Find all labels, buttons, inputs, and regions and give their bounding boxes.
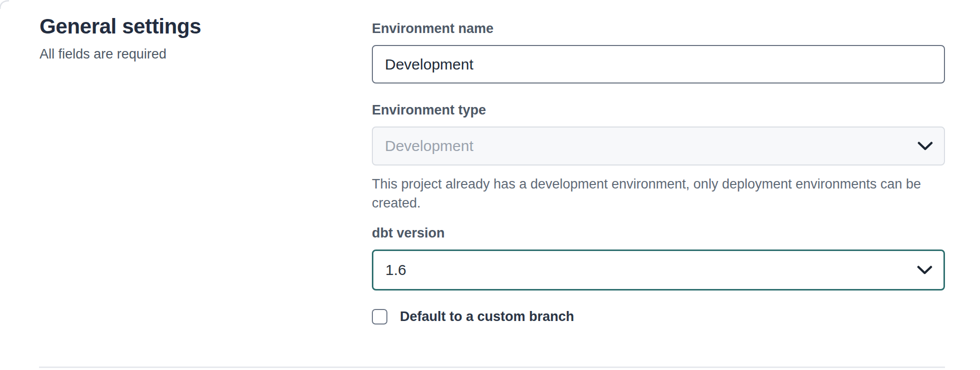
dbt-version-label: dbt version <box>372 224 945 242</box>
environment-type-selected-value: Development <box>385 138 473 154</box>
chevron-down-icon <box>917 266 932 275</box>
environment-name-input[interactable] <box>372 45 945 84</box>
dbt-version-selected-value: 1.6 <box>385 262 406 278</box>
custom-branch-row: Default to a custom branch <box>372 308 945 324</box>
settings-header: General settings All fields are required <box>40 15 320 62</box>
panel-corner-decoration <box>0 0 10 10</box>
environment-type-select[interactable]: Development <box>372 126 945 166</box>
environment-type-helper-text: This project already has a development e… <box>372 174 927 212</box>
custom-branch-label[interactable]: Default to a custom branch <box>400 308 574 324</box>
dbt-version-select[interactable]: 1.6 <box>372 250 945 290</box>
page-subtitle: All fields are required <box>40 46 320 62</box>
environment-type-label: Environment type <box>372 102 945 118</box>
section-divider <box>39 366 945 368</box>
page-title: General settings <box>40 15 320 38</box>
custom-branch-checkbox[interactable] <box>372 309 387 324</box>
chevron-down-icon <box>917 142 933 151</box>
general-settings-form: Environment name Environment type Develo… <box>372 20 945 324</box>
environment-name-label: Environment name <box>372 20 945 37</box>
